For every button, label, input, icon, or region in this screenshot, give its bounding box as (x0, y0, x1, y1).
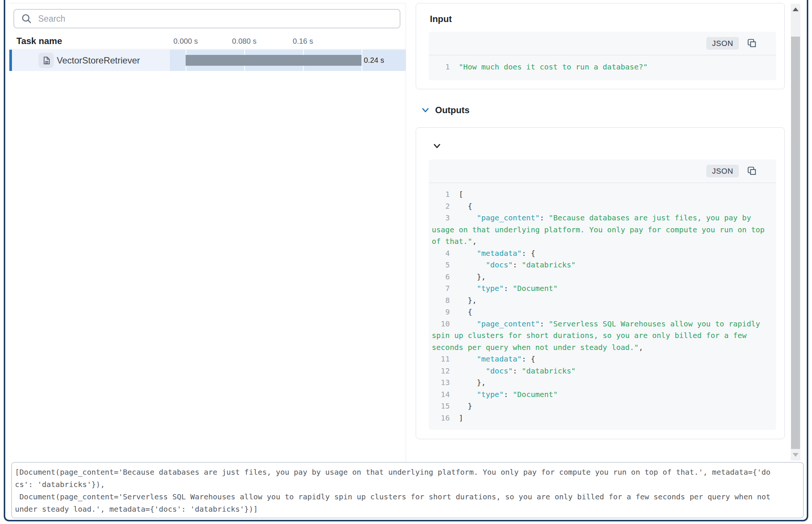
input-code-header: JSON (429, 32, 776, 55)
timeline-tick-2: 0.16 s (293, 37, 313, 46)
task-row[interactable]: VectorStoreRetriever 0.24 s (9, 50, 406, 71)
search-input-wrapper (13, 9, 400, 28)
scroll-down-arrow-icon (793, 453, 799, 457)
outputs-code-header: JSON (429, 159, 776, 183)
gantt-gridline (362, 50, 362, 71)
search-input[interactable] (37, 13, 400, 24)
timeline-tick-0: 0.000 s (173, 37, 198, 46)
outputs-code-block: JSON 1 [ 2 { 3 "page_content": "Because … (429, 159, 776, 430)
raw-output-panel: [Document(page_content='Because database… (11, 462, 804, 518)
document-icon (41, 56, 51, 65)
timeline-header-divider (9, 49, 406, 49)
scrollbar-thumb[interactable] (791, 37, 800, 449)
duration-label: 0.24 s (364, 50, 384, 71)
scrollbar-up-button[interactable] (791, 4, 800, 15)
outputs-section-header[interactable]: Outputs (421, 105, 469, 115)
selected-row-accent (9, 50, 12, 71)
panel-top-border (9, 3, 406, 3)
collapse-chevron-down-icon[interactable] (433, 142, 441, 150)
outputs-code-content: 1 [ 2 { 3 "page_content": "Because datab… (429, 183, 776, 430)
input-section-title: Input (430, 14, 452, 24)
task-row-label: VectorStoreRetriever (57, 50, 140, 71)
timeline-tick-1: 0.080 s (232, 37, 257, 46)
copy-button[interactable] (746, 38, 757, 49)
copy-icon (747, 38, 757, 49)
copy-icon (747, 166, 757, 176)
task-name-column-header: Task name (16, 36, 62, 46)
scrollbar-down-button[interactable] (791, 449, 800, 461)
right-panel-scrollbar[interactable] (791, 4, 800, 461)
raw-output-text: [Document(page_content='Because database… (15, 466, 772, 515)
input-card: Input JSON 1 "How much does it cost to r… (416, 3, 785, 89)
task-icon-box (38, 53, 54, 68)
json-format-badge: JSON (706, 37, 739, 50)
input-code-content: 1 "How much does it cost to run a databa… (429, 55, 776, 80)
outputs-card: JSON 1 [ 2 { 3 "page_content": "Because … (416, 127, 785, 439)
duration-bar[interactable] (186, 55, 362, 66)
scroll-up-arrow-icon (793, 7, 799, 11)
search-icon (21, 13, 32, 24)
input-code-block: JSON 1 "How much does it cost to run a d… (429, 32, 776, 80)
chevron-down-icon[interactable] (421, 106, 430, 114)
copy-button[interactable] (746, 165, 757, 177)
panel-divider (406, 3, 406, 462)
outputs-section-title: Outputs (435, 105, 469, 115)
json-format-badge: JSON (706, 165, 739, 177)
